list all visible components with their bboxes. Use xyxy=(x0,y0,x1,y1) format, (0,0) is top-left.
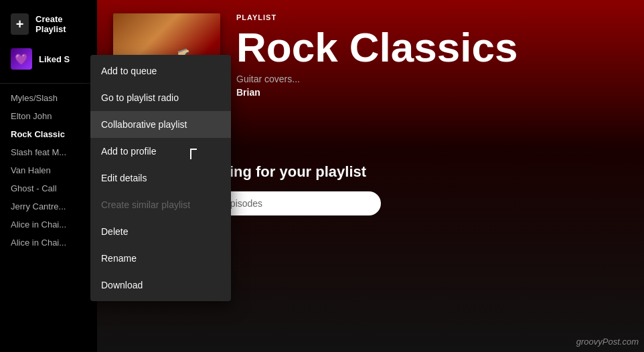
sidebar-playlist-list: Myles/SlashElton JohnRock ClassicSlash f… xyxy=(0,84,97,352)
create-playlist-button[interactable]: + Create Playlist xyxy=(5,8,92,40)
menu-item-2[interactable]: Collaborative playlist xyxy=(90,111,231,138)
hero-info: PLAYLIST Rock Classics Guitar covers... … xyxy=(236,13,628,100)
liked-songs-button[interactable]: 💜 Liked S xyxy=(5,43,92,75)
sidebar-item-6[interactable]: Jerry Cantre... xyxy=(0,197,97,215)
sidebar-item-2[interactable]: Rock Classic xyxy=(0,125,97,143)
watermark: groovyPost.com xyxy=(576,337,639,347)
sidebar-item-8[interactable]: Alice in Chai... xyxy=(0,234,97,252)
sidebar: + Create Playlist 💜 Liked S Myles/SlashE… xyxy=(0,0,97,352)
playlist-title: Rock Classics xyxy=(236,27,628,68)
menu-item-5: Create similar playlist xyxy=(90,191,231,218)
playlist-author: Brian xyxy=(236,87,628,98)
menu-item-6[interactable]: Delete xyxy=(90,218,231,245)
sidebar-item-0[interactable]: Myles/Slash xyxy=(0,89,97,107)
sidebar-item-4[interactable]: Van Halen xyxy=(0,161,97,179)
menu-item-8[interactable]: Download xyxy=(90,272,231,298)
context-menu: Add to queueGo to playlist radioCollabor… xyxy=(90,55,231,301)
sidebar-item-1[interactable]: Elton John xyxy=(0,107,97,125)
menu-item-0[interactable]: Add to queue xyxy=(90,58,231,84)
menu-item-1[interactable]: Go to playlist radio xyxy=(90,84,231,111)
plus-icon: + xyxy=(11,13,29,35)
sidebar-item-5[interactable]: Ghost - Call xyxy=(0,179,97,197)
liked-songs-label: Liked S xyxy=(39,54,70,64)
create-playlist-label: Create Playlist xyxy=(35,14,86,34)
menu-item-4[interactable]: Edit details xyxy=(90,165,231,191)
playlist-description: Guitar covers... xyxy=(236,74,628,84)
sidebar-item-3[interactable]: Slash feat M... xyxy=(0,143,97,161)
playlist-type-label: PLAYLIST xyxy=(236,13,628,21)
menu-item-3[interactable]: Add to profile xyxy=(90,138,231,165)
liked-songs-icon: 💜 xyxy=(11,48,32,70)
sidebar-item-7[interactable]: Alice in Chai... xyxy=(0,215,97,234)
menu-item-7[interactable]: Rename xyxy=(90,245,231,272)
